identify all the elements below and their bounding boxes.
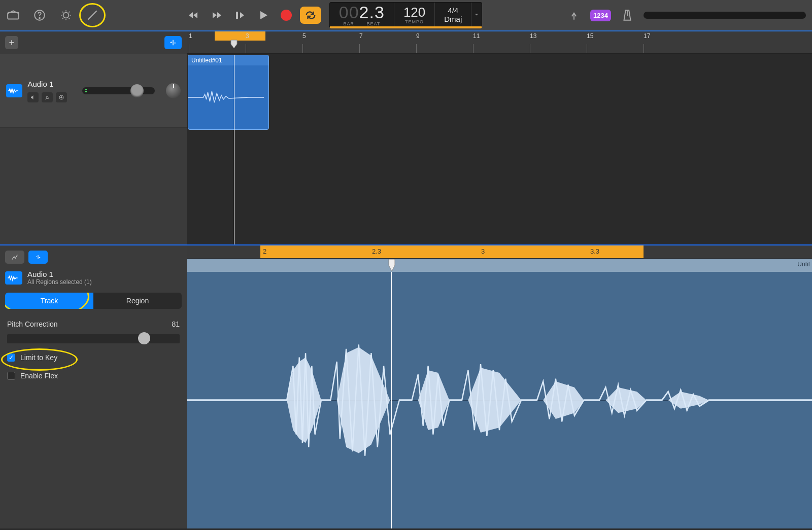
top-toolbar: 002.3 BAR BEAT 120 TEMPO 4/4 Dmaj 1234 [0, 0, 812, 31]
editor-catch-button[interactable] [28, 251, 48, 264]
enable-flex-checkbox[interactable] [7, 372, 15, 380]
arrange-area[interactable]: 1 3 5 7 9 11 13 15 17 Untitled#01 [187, 31, 812, 244]
editor-ruler-label: 2 [263, 248, 266, 255]
region-name-label: Untitled#01 [188, 55, 268, 65]
pitch-correction-label: Pitch Correction [7, 320, 58, 328]
ruler-tick: 17 [644, 31, 650, 53]
svg-rect-4 [236, 12, 238, 19]
editor-panel: Audio 1 All Regions selected (1) Track R… [0, 244, 812, 528]
lcd-display: 002.3 BAR BEAT 120 TEMPO 4/4 Dmaj [329, 2, 483, 28]
editor-playhead[interactable] [391, 272, 392, 528]
input-monitor-button[interactable] [56, 92, 67, 102]
playhead-marker[interactable] [230, 40, 238, 49]
editor-sidebar: Audio 1 All Regions selected (1) Track R… [0, 245, 187, 528]
ruler-tick: 5 [302, 31, 306, 53]
lcd-position[interactable]: 002.3 BAR BEAT [330, 3, 394, 26]
editor-track-name: Audio 1 [27, 270, 92, 278]
enable-flex-label: Enable Flex [20, 372, 58, 380]
lcd-dropdown-icon[interactable] [471, 3, 482, 26]
rewind-button[interactable] [184, 6, 202, 24]
limit-to-key-row[interactable]: ✓ Limit to Key [5, 354, 182, 362]
svg-point-5 [46, 96, 48, 98]
editor-playhead-marker[interactable] [388, 259, 395, 272]
lcd-key-sig[interactable]: 4/4 Dmaj [435, 3, 471, 26]
tab-region[interactable]: Region [93, 293, 182, 309]
svg-rect-0 [8, 13, 19, 19]
ruler-tick: 11 [473, 31, 480, 53]
editor-ruler-label: 2.3 [372, 248, 381, 255]
play-button[interactable] [254, 6, 273, 24]
ruler-tick: 9 [416, 31, 420, 53]
pitch-correction-row: Pitch Correction 81 [5, 320, 182, 328]
solo-button[interactable] [42, 92, 53, 102]
limit-to-key-checkbox[interactable]: ✓ [7, 354, 15, 362]
pitch-correction-value: 81 [172, 320, 180, 328]
workspace: Audio 1 1 3 5 7 9 11 13 [0, 31, 812, 244]
editor-ruler-label: 3.3 [590, 248, 599, 255]
editor-icon[interactable] [85, 8, 99, 22]
lcd-tempo[interactable]: 120 TEMPO [394, 3, 435, 26]
metronome-icon[interactable] [620, 8, 634, 22]
svg-point-7 [61, 96, 62, 98]
library-icon[interactable] [6, 8, 20, 22]
catch-playhead-button[interactable] [164, 36, 182, 49]
arrange-playhead[interactable] [234, 55, 234, 244]
enable-flex-row[interactable]: Enable Flex [5, 372, 182, 380]
ruler-tick: 3 [246, 31, 249, 53]
toolbar-right: 1234 [567, 8, 806, 22]
track-name-label: Audio 1 [27, 80, 67, 88]
track-row[interactable]: Audio 1 [0, 54, 187, 128]
track-region-segmented: Track Region [5, 293, 182, 309]
limit-to-key-label: Limit to Key [20, 354, 57, 362]
track-sidebar: Audio 1 [0, 31, 187, 244]
editor-view-button[interactable] [5, 251, 24, 264]
volume-thumb[interactable] [130, 84, 144, 97]
editor-ruler-label: 3 [481, 248, 485, 255]
editor-region-title: Untit [797, 261, 810, 268]
lcd-bar-value: 2.3 [359, 3, 385, 22]
ruler-tick: 7 [359, 31, 363, 53]
region-waveform [188, 65, 268, 129]
tab-track[interactable]: Track [5, 293, 93, 309]
ruler-tick: 13 [530, 31, 536, 53]
toolbar-left [6, 8, 99, 22]
editor-cycle-region[interactable] [260, 245, 644, 258]
editor-main[interactable]: 2 2.3 3 3.3 Untit 100 75 50 25 0 -25 -50… [187, 245, 812, 528]
fast-forward-button[interactable] [208, 6, 226, 24]
lcd-bar-prefix: 00 [339, 3, 359, 22]
editor-track-header: Audio 1 All Regions selected (1) [5, 270, 182, 286]
sidebar-header [0, 31, 187, 54]
track-head: Audio 1 [27, 80, 67, 102]
track-type-icon [6, 84, 22, 97]
ruler-tick: 15 [587, 31, 593, 53]
pitch-slider-thumb[interactable] [138, 332, 150, 344]
cycle-region[interactable] [215, 31, 265, 41]
editor-waveform-area[interactable] [187, 272, 812, 528]
track-pan-knob[interactable] [166, 83, 181, 98]
bar-ruler[interactable]: 1 3 5 7 9 11 13 15 17 [187, 31, 812, 54]
help-icon[interactable] [32, 8, 47, 22]
audio-region[interactable]: Untitled#01 [188, 55, 269, 130]
smart-controls-icon[interactable] [59, 8, 73, 22]
ruler-tick: 1 [189, 31, 192, 53]
track-volume-slider[interactable] [82, 87, 155, 94]
svg-point-2 [39, 18, 40, 19]
mute-button[interactable] [27, 92, 39, 102]
svg-point-3 [63, 13, 69, 18]
tuner-icon[interactable] [567, 8, 581, 22]
add-track-button[interactable] [5, 36, 18, 49]
pitch-correction-slider[interactable] [7, 334, 180, 343]
stop-button[interactable] [231, 6, 249, 24]
count-in-badge[interactable]: 1234 [590, 10, 611, 21]
cycle-button[interactable] [300, 7, 321, 24]
editor-sub-ruler[interactable]: Untit [187, 259, 812, 272]
transport-controls: 002.3 BAR BEAT 120 TEMPO 4/4 Dmaj [184, 2, 483, 28]
editor-waveform [187, 272, 812, 528]
editor-track-type-icon [5, 271, 22, 285]
master-volume-meter[interactable] [644, 12, 806, 19]
record-button[interactable] [281, 10, 292, 21]
editor-subtitle: All Regions selected (1) [27, 278, 92, 286]
editor-ruler[interactable]: 2 2.3 3 3.3 [187, 245, 812, 259]
